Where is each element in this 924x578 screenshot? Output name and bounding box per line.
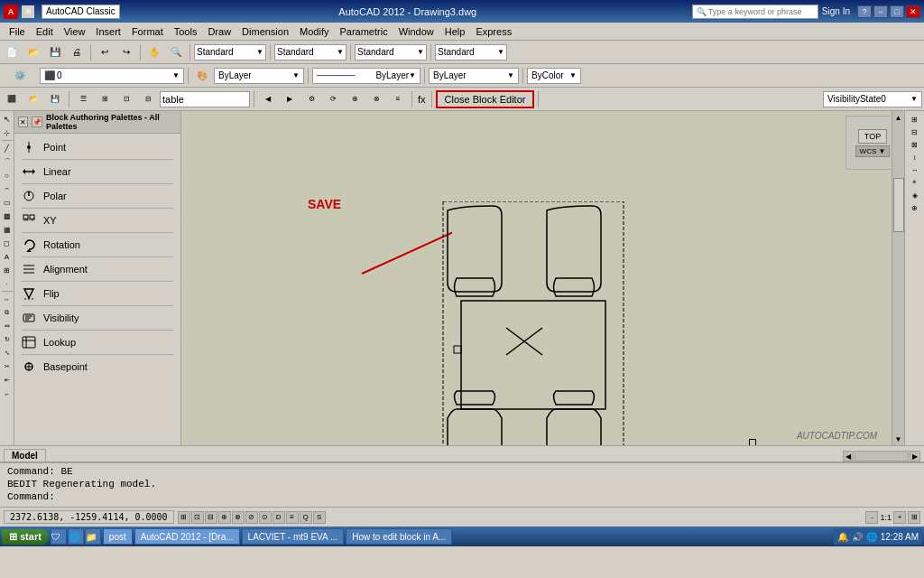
menu-dimension[interactable]: Dimension — [236, 24, 294, 39]
nav-cube-wcs[interactable]: WCS ▼ — [855, 145, 891, 157]
re-btn4[interactable]: ↕ — [909, 151, 921, 163]
block-icon4[interactable]: ⊟ — [138, 90, 158, 108]
text-btn[interactable]: A — [1, 250, 14, 263]
taskbar-icon-3[interactable]: 📁 — [85, 528, 101, 545]
osnap-toggle[interactable]: ⊗ — [232, 511, 245, 524]
zoom-btn[interactable]: 🔍 — [166, 43, 186, 61]
taskbar-post-btn[interactable]: post — [103, 528, 133, 545]
polyline-btn[interactable]: ⌒ — [1, 155, 14, 168]
rect-btn[interactable]: ▭ — [1, 196, 14, 209]
taskbar-lacviet-btn[interactable]: LACVIET - mt9 EVA ... — [242, 528, 345, 545]
palette-item-visibility[interactable]: Visibility — [14, 308, 180, 328]
app-dropdown[interactable]: AutoCAD Classic — [46, 6, 116, 16]
scroll-right-btn[interactable]: ▶ — [910, 451, 920, 461]
color-dropdown[interactable]: ByLayer▼ — [214, 68, 304, 84]
ducs-toggle[interactable]: ⊙ — [259, 511, 272, 524]
sign-in-label[interactable]: Sign In — [822, 6, 850, 16]
menu-window[interactable]: Window — [393, 24, 439, 39]
stretch-btn[interactable]: ⊹ — [1, 126, 14, 139]
block-icon7[interactable]: ⊕ — [345, 90, 365, 108]
color-btn[interactable]: 🎨 — [192, 67, 212, 85]
menu-express[interactable]: Express — [470, 24, 517, 39]
hatch-btn[interactable]: ▩ — [1, 210, 14, 222]
polar-toggle[interactable]: ⊕ — [218, 511, 231, 524]
drawing-area[interactable]: SAVE — [181, 111, 904, 445]
model-tab[interactable]: Model — [4, 449, 46, 461]
block-new-btn[interactable]: ⬛ — [2, 90, 22, 108]
layer-props-btn[interactable]: ⚙️ — [2, 67, 38, 85]
layer-dropdown[interactable]: ⬛ 0 ▼ — [40, 68, 184, 84]
menu-insert[interactable]: Insert — [90, 24, 126, 39]
block-icon2[interactable]: ⊞ — [95, 90, 115, 108]
block-icon3[interactable]: ⊡ — [116, 90, 136, 108]
menu-file[interactable]: File — [4, 24, 31, 39]
grid-toggle[interactable]: ⊡ — [191, 511, 204, 524]
zoom-out-btn[interactable]: - — [865, 511, 878, 524]
close-btn[interactable]: ✕ — [906, 5, 920, 18]
taskbar-autocad-btn[interactable]: AutoCAD 2012 - [Dra... — [134, 528, 240, 545]
undo-btn[interactable]: ↩ — [95, 43, 115, 61]
help-btn[interactable]: ? — [857, 5, 872, 18]
point-btn[interactable]: · — [1, 277, 14, 290]
block-name-input[interactable] — [160, 91, 250, 107]
scale-btn[interactable]: ⤡ — [1, 347, 14, 359]
re-btn7[interactable]: ◈ — [909, 189, 921, 201]
visibility-state-dropdown[interactable]: VisibilityState0▼ — [823, 91, 922, 107]
vertical-scrollbar[interactable]: ▲ ▼ — [892, 111, 904, 445]
coordinate-display[interactable]: 2372.6138, -1259.4114, 0.0000 — [4, 510, 174, 524]
redo-btn[interactable]: ↪ — [116, 43, 136, 61]
menu-edit[interactable]: Edit — [31, 24, 59, 39]
lineweight-dropdown[interactable]: ByLayer▼ — [429, 68, 519, 84]
textstyle-dropdown[interactable]: Standard▼ — [274, 44, 346, 61]
palette-item-point[interactable]: Point — [14, 137, 180, 157]
pan-btn[interactable]: ✋ — [144, 43, 164, 61]
save-btn[interactable]: 💾 — [45, 43, 65, 61]
gradient-btn[interactable]: ▦ — [1, 223, 14, 236]
re-btn5[interactable]: ↔ — [909, 163, 921, 176]
block-icon5[interactable]: ⚙ — [301, 90, 321, 108]
extend-btn[interactable]: ⇤ — [1, 374, 14, 387]
horiz-scroll-thumb[interactable] — [855, 451, 909, 461]
insert-btn[interactable]: ⊞ — [1, 264, 14, 276]
palette-item-alignment[interactable]: Alignment — [14, 259, 180, 279]
scroll-thumb[interactable] — [893, 178, 904, 232]
scroll-left-btn[interactable]: ◀ — [843, 451, 854, 461]
minimize-btn[interactable]: − — [873, 5, 888, 18]
taskbar-browser-btn[interactable]: How to edit block in A... — [346, 528, 452, 545]
re-btn2[interactable]: ⊟ — [909, 126, 921, 138]
close-block-editor-btn[interactable]: Close Block Editor — [436, 90, 535, 108]
qp-toggle[interactable]: Q — [300, 511, 312, 524]
palette-item-polar[interactable]: Polar — [14, 186, 180, 206]
re-btn1[interactable]: ⊞ — [909, 113, 921, 126]
block-open-btn[interactable]: 📂 — [23, 90, 43, 108]
menu-draw[interactable]: Draw — [202, 24, 236, 39]
menu-view[interactable]: View — [59, 24, 91, 39]
move-btn[interactable]: ↔ — [1, 293, 14, 305]
new-btn[interactable]: 📄 — [2, 43, 22, 61]
print-btn[interactable]: 🖨 — [67, 43, 87, 61]
trim-btn[interactable]: ✂ — [1, 360, 14, 373]
horiz-scroll[interactable]: ◀ ▶ — [843, 451, 920, 461]
block-next-btn[interactable]: ▶ — [280, 90, 300, 108]
circle-btn[interactable]: ○ — [1, 169, 14, 182]
palette-close-btn[interactable]: ✕ — [18, 117, 28, 127]
palette-item-lookup[interactable]: Lookup — [14, 332, 180, 352]
quick-access-btn[interactable]: ⊞ — [22, 5, 34, 18]
block-icon9[interactable]: ≡ — [388, 90, 408, 108]
tablestyle-dropdown[interactable]: Standard▼ — [435, 44, 507, 61]
menu-modify[interactable]: Modify — [294, 24, 334, 39]
block-icon6[interactable]: ⟳ — [323, 90, 343, 108]
menu-format[interactable]: Format — [126, 24, 169, 39]
snap-toggle[interactable]: ⊞ — [178, 511, 190, 524]
start-button[interactable]: ⊞ start — [2, 529, 49, 545]
palette-pin-btn[interactable]: 📌 — [32, 117, 42, 127]
block-icon8[interactable]: ⊗ — [366, 90, 386, 108]
menu-tools[interactable]: Tools — [169, 24, 203, 39]
dyn-toggle[interactable]: D — [273, 511, 285, 524]
pick-btn[interactable]: ↖ — [1, 113, 14, 126]
fillet-btn[interactable]: ⌐ — [1, 387, 14, 400]
style-dropdown[interactable]: Standard▼ — [194, 44, 266, 61]
maximize-btn[interactable]: □ — [890, 5, 904, 18]
palette-item-basepoint[interactable]: Basepoint — [14, 357, 180, 377]
re-btn8[interactable]: ⊕ — [909, 201, 921, 214]
